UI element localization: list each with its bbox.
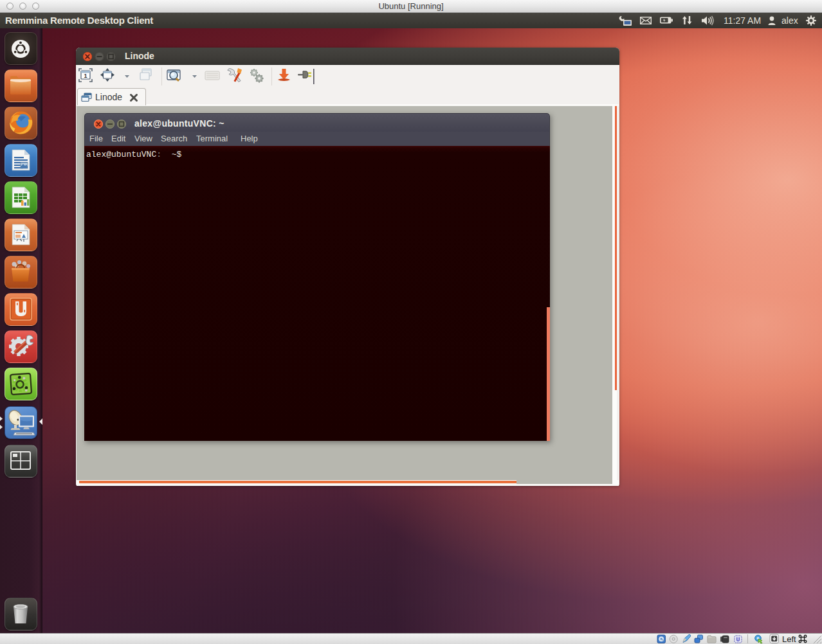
svg-text:1: 1: [84, 73, 87, 79]
svg-text:Left: Left: [782, 634, 796, 644]
